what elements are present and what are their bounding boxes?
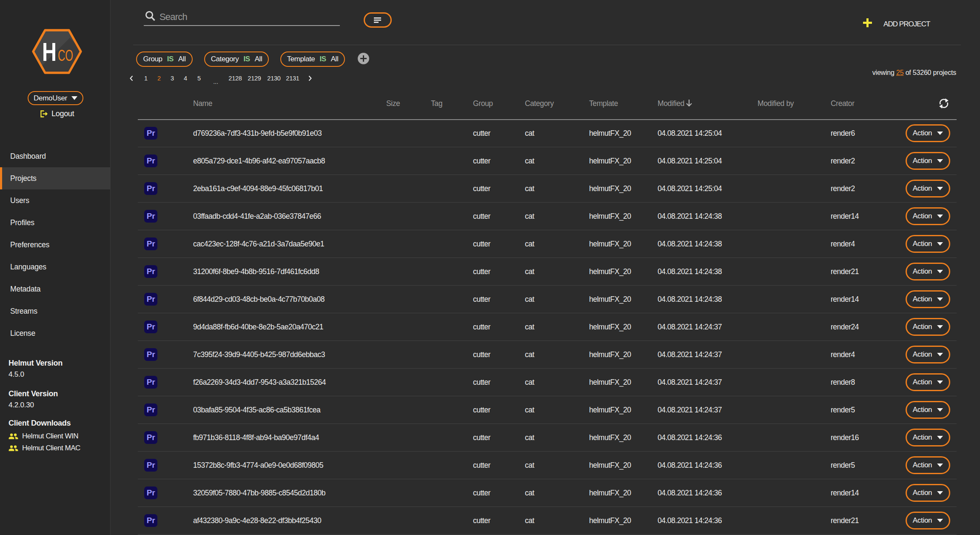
svg-text:CO: CO xyxy=(58,47,73,64)
svg-text:H: H xyxy=(42,37,57,66)
